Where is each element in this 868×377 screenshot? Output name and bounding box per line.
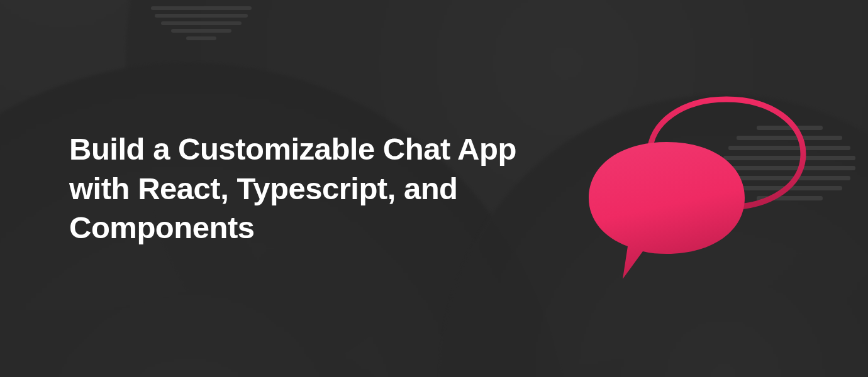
chat-bubble-filled-icon [585,138,748,283]
chat-bubbles-illustration [585,94,799,283]
hero-title: Build a Customizable Chat App with React… [69,129,547,248]
hero: Build a Customizable Chat App with React… [0,0,868,377]
